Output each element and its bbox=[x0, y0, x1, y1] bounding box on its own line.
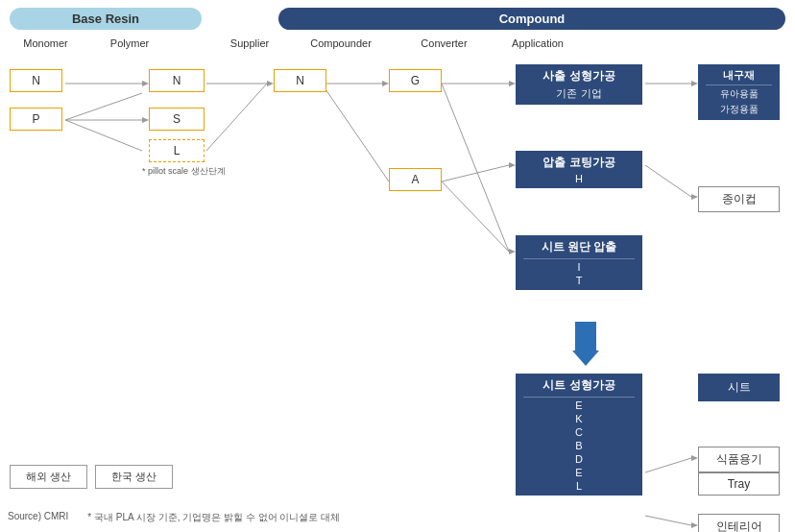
legend-korea: 한국 생산 bbox=[95, 465, 173, 489]
col-polymer: Polymer bbox=[82, 37, 178, 49]
node-n2: N bbox=[149, 69, 205, 92]
svg-marker-24 bbox=[691, 455, 698, 461]
app-food: 식품용기 bbox=[698, 447, 780, 472]
svg-marker-26 bbox=[691, 522, 698, 528]
svg-line-10 bbox=[322, 84, 389, 181]
app-gajung: 가정용품 bbox=[706, 103, 772, 116]
converter-saseong: 사출 성형가공 기존 기업 bbox=[516, 64, 642, 105]
sheet-press-i: I bbox=[523, 258, 635, 273]
col-compounder: Compounder bbox=[293, 37, 389, 49]
app-tray: Tray bbox=[698, 472, 780, 496]
col-supplier: Supplier bbox=[206, 37, 293, 49]
source-label: Source) CMRI bbox=[8, 511, 68, 524]
svg-marker-13 bbox=[509, 81, 516, 86]
svg-line-5 bbox=[65, 120, 142, 151]
app-naeguje: 내구재 유아용품 가정용품 bbox=[698, 64, 780, 120]
sf-l: L bbox=[523, 480, 635, 492]
svg-line-23 bbox=[645, 458, 691, 472]
node-a1: A bbox=[389, 168, 442, 191]
node-n1: N bbox=[10, 69, 62, 92]
sf-k: K bbox=[523, 413, 635, 424]
svg-line-25 bbox=[645, 516, 691, 525]
svg-marker-9 bbox=[382, 81, 389, 86]
svg-marker-7 bbox=[267, 81, 274, 86]
compound-header: Compound bbox=[278, 8, 785, 30]
node-n3: N bbox=[274, 69, 326, 92]
col-converter: Converter bbox=[389, 37, 499, 49]
sf-d: D bbox=[523, 453, 635, 465]
pillot-note: * pillot scale 생산단계 bbox=[142, 165, 226, 178]
svg-marker-20 bbox=[691, 81, 698, 86]
col-application: Application bbox=[499, 37, 576, 49]
svg-line-15 bbox=[442, 165, 509, 181]
svg-marker-18 bbox=[509, 249, 516, 254]
sheet-press-t: T bbox=[523, 275, 635, 286]
col-monomer: Monomer bbox=[10, 37, 82, 49]
source-line: Source) CMRI * 국내 PLA 시장 기준, 기업명은 밝힐 수 없… bbox=[8, 511, 340, 524]
svg-line-14 bbox=[442, 84, 509, 252]
svg-marker-22 bbox=[691, 194, 698, 200]
svg-marker-4 bbox=[142, 117, 149, 123]
sf-c: C bbox=[523, 426, 635, 438]
sf-e1: E bbox=[523, 397, 635, 411]
svg-marker-1 bbox=[142, 81, 149, 86]
svg-line-11 bbox=[206, 84, 267, 151]
source-note: * 국내 PLA 시장 기준, 기업명은 밝힐 수 없어 이니셜로 대체 bbox=[87, 511, 340, 524]
app-sheet: 시트 bbox=[698, 374, 780, 401]
converter-sheet-forming: 시트 성형가공 E K C B D E L bbox=[516, 374, 642, 496]
svg-line-21 bbox=[645, 165, 691, 197]
node-p1: P bbox=[10, 108, 62, 131]
node-g1: G bbox=[389, 69, 442, 92]
legend-overseas: 해외 생산 bbox=[10, 465, 87, 489]
sf-b: B bbox=[523, 440, 635, 451]
sf-e2: E bbox=[523, 467, 635, 478]
legend: 해외 생산 한국 생산 bbox=[10, 465, 173, 489]
node-s1: S bbox=[149, 108, 205, 131]
svg-marker-16 bbox=[509, 162, 516, 168]
node-l1: L bbox=[149, 139, 205, 162]
big-arrow-down bbox=[572, 322, 599, 366]
svg-line-2 bbox=[65, 93, 142, 120]
svg-line-17 bbox=[442, 181, 509, 252]
app-yuah: 유아용품 bbox=[706, 85, 772, 101]
app-jongicup: 종이컵 bbox=[698, 186, 780, 212]
app-interior: 인테리어 bbox=[698, 514, 780, 532]
converter-sheet-press: 시트 원단 압출 I T bbox=[516, 235, 642, 290]
converter-apchul: 압출 코팅가공 H bbox=[516, 151, 642, 188]
base-resin-header: Base Resin bbox=[10, 8, 202, 30]
